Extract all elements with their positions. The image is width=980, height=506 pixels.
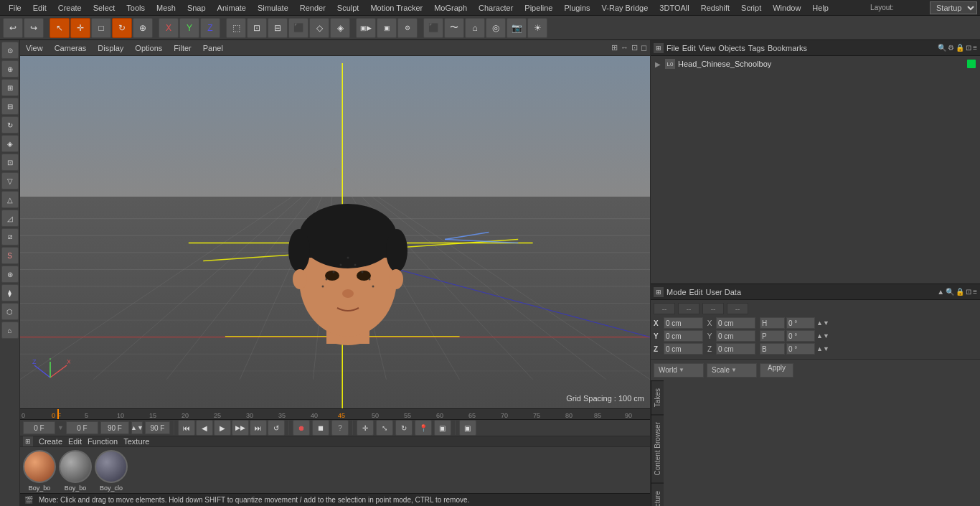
left-tool-3[interactable]: ⊞ [1,79,19,96]
point-mode-button[interactable]: ⊡ [247,18,267,38]
coord-y-size[interactable]: P [760,330,785,342]
play-button[interactable]: ▶ [214,420,231,436]
attr-menu-mode[interactable]: Mode [666,288,687,296]
left-tool-15[interactable]: ⬡ [1,303,19,320]
coord-p-up[interactable]: ▲▼ [816,332,829,339]
menu-edit[interactable]: Edit [27,2,52,14]
move-keys-button[interactable]: ✛ [357,420,374,436]
generic-tool-button[interactable]: ⊕ [133,18,153,38]
viewport-canvas[interactable]: Perspective [20,56,650,408]
attr-more-icon[interactable]: ≡ [973,288,977,296]
left-tool-10[interactable]: ◿ [1,210,19,227]
vp-icon-1[interactable]: ⊞ [611,43,618,52]
help-button[interactable]: ? [331,420,349,436]
scale-dropdown[interactable]: Scale ▼ [707,363,757,378]
menu-mesh[interactable]: Mesh [151,2,182,14]
vp-menu-panel[interactable]: Panel [200,44,226,52]
coord-h-up[interactable]: ▲▼ [816,319,829,327]
mat-menu-function[interactable]: Function [88,437,118,446]
attr-lock-icon[interactable]: 🔒 [956,288,964,296]
next-frame-button[interactable]: ▶▶ [232,420,249,436]
coord-p-val[interactable]: 0 ° [786,330,815,342]
rotate-keys-button[interactable]: ↻ [395,420,413,436]
left-tool-16[interactable]: ⌂ [1,322,19,339]
coord-h-val[interactable]: 0 ° [786,317,815,329]
menu-file[interactable]: File [3,2,27,14]
menu-3dtoall[interactable]: 3DTOAll [654,2,694,14]
sculpt-mode-button[interactable]: ◈ [330,18,350,38]
frame-keys-button[interactable]: ▣ [434,420,451,436]
loop-button[interactable]: ↺ [268,420,285,436]
object-item-head[interactable]: ▶ L0 Head_Chinese_Schoolboy [652,57,979,70]
rotate-tool-button[interactable]: ↻ [112,18,132,38]
path-btn[interactable]: 〜 [444,18,464,38]
end-frame-input[interactable] [100,421,129,434]
vp-menu-view[interactable]: View [23,44,46,52]
left-tool-9[interactable]: △ [1,191,19,208]
menu-motion-tracker[interactable]: Motion Tracker [364,2,428,14]
vp-icon-4[interactable]: ◻ [641,43,647,52]
render-region-button[interactable]: ▣ [377,18,397,38]
coord-b-val[interactable]: 0 ° [786,343,815,355]
left-tool-2[interactable]: ⊕ [1,60,19,78]
left-tool-1[interactable]: ⊙ [1,42,19,59]
z-axis-button[interactable]: Z [200,18,220,38]
obj-menu-view[interactable]: View [699,44,716,52]
vp-menu-display[interactable]: Display [95,44,126,52]
object-mode-button[interactable]: ⬚ [226,18,246,38]
obj-expand-icon[interactable]: ⊡ [966,44,971,52]
menu-window[interactable]: Window [767,2,806,14]
menu-character[interactable]: Character [473,2,519,14]
prev-frame-button[interactable]: ◀ [196,420,213,436]
left-tool-6[interactable]: ◈ [1,135,19,152]
coord-y-pos[interactable]: 0 cm [664,330,703,342]
coord-z-rot[interactable]: 0 cm [716,343,755,355]
current-frame-input[interactable] [23,421,55,434]
polygon-mode-button[interactable]: ⬛ [288,18,308,38]
left-tool-7[interactable]: ⊡ [1,154,19,171]
menu-help[interactable]: Help [806,2,834,14]
material-item-2[interactable]: Boy_clo [95,450,128,492]
camera-btn[interactable]: 📷 [507,18,527,38]
attr-search-icon[interactable]: 🔍 [946,288,954,296]
menu-create[interactable]: Create [52,2,88,14]
render-interactive-button[interactable]: ⚙ [397,18,418,38]
attr-icon-1[interactable]: ▲ [937,288,944,296]
obj-settings-icon[interactable]: ⚙ [948,44,954,52]
obj-menu-objects[interactable]: Objects [718,44,745,52]
side-tab-structure[interactable]: Structure [651,483,664,506]
cube-btn[interactable]: ⬛ [423,18,443,38]
apply-button[interactable]: Apply [760,363,793,378]
obj-menu-tags[interactable]: Tags [748,44,765,52]
coord-b-up[interactable]: ▲▼ [816,345,829,352]
move-tool-button[interactable]: ✛ [70,18,90,38]
uv-mode-button[interactable]: ◇ [309,18,329,38]
go-first-frame-button[interactable]: ⏮ [178,420,195,436]
scale-tool-button[interactable]: □ [91,18,111,38]
side-tab-takes[interactable]: Takes [651,380,664,414]
render-to-picture-button[interactable]: ▣▶ [356,18,376,38]
obj-more-icon[interactable]: ≡ [973,44,977,52]
coord-x-rot[interactable]: 0 cm [716,317,755,329]
menu-mograph[interactable]: MoGraph [428,2,473,14]
coord-y-rot[interactable]: 0 cm [716,330,755,342]
menu-render[interactable]: Render [294,2,331,14]
vp-menu-cameras[interactable]: Cameras [52,44,90,52]
vp-icon-3[interactable]: ⊡ [631,43,638,52]
left-tool-14[interactable]: ⧫ [1,284,19,301]
attr-expand-icon[interactable]: ⊡ [966,288,971,296]
left-tool-5[interactable]: ↻ [1,116,19,133]
left-tool-4[interactable]: ⊟ [1,98,19,115]
vp-menu-filter[interactable]: Filter [171,44,194,52]
coord-x-size[interactable]: H [760,317,785,329]
deform-btn[interactable]: ⌂ [465,18,485,38]
undo-button[interactable]: ↩ [3,18,23,38]
menu-vray[interactable]: V-Ray Bridge [596,2,654,14]
mat-menu-create[interactable]: Create [39,437,62,446]
menu-snap[interactable]: Snap [182,2,212,14]
go-last-frame-button[interactable]: ⏭ [250,420,267,436]
light-btn[interactable]: ☀ [527,18,547,38]
start-frame-input[interactable] [66,421,98,434]
material-item-1[interactable]: Boy_bo [59,450,92,492]
environment-btn[interactable]: ◎ [486,18,506,38]
